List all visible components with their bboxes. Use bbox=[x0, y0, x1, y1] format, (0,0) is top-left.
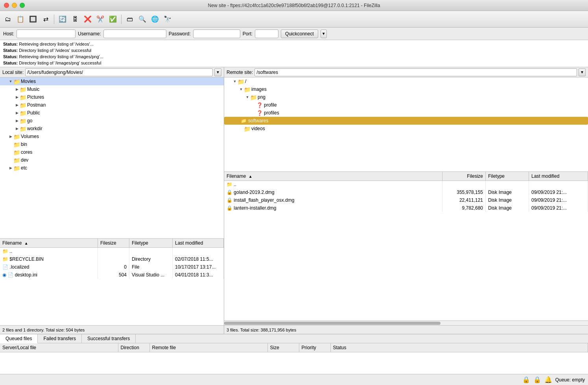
local-row-recycle[interactable]: 📁 $RECYCLE.BIN Directory 02/07/2018 11:5… bbox=[0, 255, 224, 263]
transfers-icon[interactable]: 📋 bbox=[15, 14, 26, 25]
speed-icon[interactable]: 🔭 bbox=[162, 14, 173, 25]
remote-tree-item-png[interactable]: ▼ 📁 png bbox=[224, 93, 588, 101]
fileman-icon[interactable]: 🗃 bbox=[124, 14, 135, 25]
remote-hscrollbar[interactable] bbox=[224, 321, 588, 325]
tree-arrow-public: ▶ bbox=[14, 110, 20, 116]
remote-tree-item-root[interactable]: ▼ 📁 / bbox=[224, 77, 588, 85]
local-tree-item-workdir[interactable]: ▶ 📁 workdir bbox=[0, 125, 224, 133]
sync-icon[interactable]: ⇄ bbox=[40, 14, 51, 25]
local-tree-item-pictures[interactable]: ▶ 📁 Pictures bbox=[0, 93, 224, 101]
remote-path-dropdown[interactable]: ▼ bbox=[579, 68, 586, 76]
remote-tree-item-images[interactable]: ▼ 📁 images bbox=[224, 85, 588, 93]
local-tree-item-go[interactable]: ▶ 📁 go bbox=[0, 117, 224, 125]
sep1 bbox=[54, 15, 54, 24]
window-controls[interactable] bbox=[4, 3, 25, 8]
siteman-icon[interactable]: 🗂 bbox=[2, 14, 13, 25]
remote-col-modified[interactable]: Last modified bbox=[529, 172, 588, 181]
queue-table-area[interactable]: Server/Local file Direction Remote file … bbox=[0, 343, 588, 374]
remote-panel-status: 3 files. Total size: 388,171,956 bytes bbox=[224, 325, 588, 334]
local-path-input[interactable] bbox=[25, 68, 213, 76]
remote-site-label: Remote site: bbox=[227, 70, 253, 75]
remote-col-filename[interactable]: Filename ▲ bbox=[224, 172, 442, 181]
remote-col-filetype[interactable]: Filetype bbox=[486, 172, 529, 181]
queue-col-priority[interactable]: Priority bbox=[299, 343, 330, 352]
local-panel-status: 2 files and 1 directory. Total size: 504… bbox=[0, 325, 224, 334]
tree-arrow-movies: ▼ bbox=[8, 79, 13, 84]
remote-path-input[interactable] bbox=[254, 68, 577, 76]
remote-tree[interactable]: ▼ 📁 / ▼ 📁 images ▼ 📁 png ▶ ❓ profile ▶ bbox=[224, 77, 588, 172]
local-tree-item-movies[interactable]: ▼ 📁 Movies bbox=[0, 77, 224, 85]
tab-queued-files[interactable]: Queued files bbox=[0, 334, 38, 343]
remote-row-flash[interactable]: 🔒 install_flash_player_osx.dmg 22,411,12… bbox=[224, 196, 588, 204]
username-label: Username: bbox=[78, 31, 101, 37]
tab-failed-transfers[interactable]: Failed transfers bbox=[38, 334, 82, 343]
close-button[interactable] bbox=[4, 3, 9, 8]
remote-tree-item-softwares[interactable]: ▶ 📁 softwares bbox=[224, 117, 588, 125]
queue-col-direction[interactable]: Direction bbox=[118, 343, 149, 352]
local-col-filesize[interactable]: Filesize bbox=[98, 239, 129, 247]
tree-arrow-etc: ▶ bbox=[8, 165, 13, 171]
username-input[interactable] bbox=[103, 29, 166, 38]
cancel-icon[interactable]: ❌ bbox=[82, 14, 93, 25]
local-col-modified[interactable]: Last modified bbox=[173, 239, 224, 247]
status-row-2: Status: Retrieving directory listing of … bbox=[3, 53, 585, 60]
remote-row-parent[interactable]: 📁 .. bbox=[224, 181, 588, 188]
remote-tree-item-profiles[interactable]: ▶ ❓ profiles bbox=[224, 109, 588, 117]
remote-file-list[interactable]: Filename ▲ Filesize Filetype Last modifi… bbox=[224, 172, 588, 321]
queue-col-status[interactable]: Status bbox=[330, 343, 588, 352]
password-input[interactable] bbox=[193, 29, 240, 38]
local-file-list[interactable]: Filename ▲ Filesize Filetype Last modifi… bbox=[0, 239, 224, 325]
local-tree-item-etc[interactable]: ▶ 📁 etc bbox=[0, 164, 224, 172]
remote-row-lantern[interactable]: 🔒 lantern-installer.dmg 9,782,680 Disk I… bbox=[224, 204, 588, 212]
local-tree-item-dev[interactable]: ▶ 📁 dev bbox=[0, 156, 224, 164]
folder-icon-videos: 📁 bbox=[244, 126, 250, 131]
local-tree-item-postman[interactable]: ▶ 📁 Postman bbox=[0, 101, 224, 109]
folder-icon-volumes: 📁 bbox=[13, 134, 20, 139]
local-col-filename[interactable]: Filename ▲ bbox=[0, 239, 98, 247]
refresh-icon[interactable]: 🔄 bbox=[57, 14, 68, 25]
folder-icon-workdir: 📁 bbox=[20, 126, 26, 131]
local-row-localized[interactable]: 📄 .localized 0 File 10/17/2017 13:17... bbox=[0, 263, 224, 271]
dircomp-icon[interactable]: 🎛 bbox=[70, 14, 81, 25]
maximize-button[interactable] bbox=[20, 3, 25, 8]
disconnect-icon[interactable]: ✂️ bbox=[95, 14, 106, 25]
local-row-desktop[interactable]: ◉ 📄 desktop.ini 504 Visual Studio ... 04… bbox=[0, 271, 224, 279]
host-input[interactable] bbox=[17, 29, 76, 38]
queue-status-text: Queue: empty bbox=[555, 377, 585, 383]
local-tree[interactable]: ▼ 📁 Movies ▶ 📁 Music ▶ 📁 Pictures ▶ 📁 Po… bbox=[0, 77, 224, 239]
connection-bar: Host: Username: Password: Port: Quickcon… bbox=[0, 28, 588, 40]
local-file-table: Filename ▲ Filesize Filetype Last modifi… bbox=[0, 239, 224, 279]
question-icon-profiles: ❓ bbox=[256, 110, 263, 116]
question-icon-profile: ❓ bbox=[256, 102, 263, 108]
port-input[interactable] bbox=[255, 29, 278, 38]
net-icon[interactable]: 🌐 bbox=[149, 14, 160, 25]
folder-icon-postman: 📁 bbox=[20, 102, 26, 108]
quickconnect-dropdown[interactable]: ▼ bbox=[321, 29, 327, 38]
local-tree-item-bin[interactable]: ▶ 📁 bin bbox=[0, 140, 224, 148]
queue-col-remote[interactable]: Remote file bbox=[149, 343, 267, 352]
local-tree-item-cores[interactable]: ▶ 📁 cores bbox=[0, 148, 224, 156]
minimize-button[interactable] bbox=[12, 3, 17, 8]
queue-col-server[interactable]: Server/Local file bbox=[0, 343, 118, 352]
remote-tree-item-profile[interactable]: ▶ ❓ profile bbox=[224, 101, 588, 109]
filter-icon[interactable]: 🔲 bbox=[28, 14, 39, 25]
remote-file-table: Filename ▲ Filesize Filetype Last modifi… bbox=[224, 172, 588, 212]
queue-status-icons: 🔒 🔒 🔔 Queue: empty bbox=[522, 376, 585, 383]
local-tree-item-public[interactable]: ▶ 📁 Public bbox=[0, 109, 224, 117]
tree-arrow-root: ▼ bbox=[232, 79, 238, 84]
remote-row-goland[interactable]: 🔒 goland-2019.2.dmg 355,978,155 Disk Ima… bbox=[224, 188, 588, 196]
local-status-text: 2 files and 1 directory. Total size: 504… bbox=[2, 328, 85, 332]
local-row-parent[interactable]: 📁 .. bbox=[0, 247, 224, 255]
reconn-icon[interactable]: ✅ bbox=[107, 14, 118, 25]
remote-col-filesize[interactable]: Filesize bbox=[442, 172, 486, 181]
search-icon[interactable]: 🔍 bbox=[137, 14, 148, 25]
local-tree-item-music[interactable]: ▶ 📁 Music bbox=[0, 85, 224, 93]
local-path-dropdown[interactable]: ▼ bbox=[214, 68, 221, 76]
remote-tree-item-videos[interactable]: ▶ 📁 videos bbox=[224, 125, 588, 133]
queue-col-size[interactable]: Size bbox=[267, 343, 299, 352]
quickconnect-button[interactable]: Quickconnect bbox=[281, 29, 318, 38]
remote-file-name: 🔒 lantern-installer.dmg bbox=[224, 204, 442, 212]
local-col-filetype[interactable]: Filetype bbox=[129, 239, 173, 247]
local-tree-item-volumes[interactable]: ▶ 📁 Volumes bbox=[0, 133, 224, 140]
tab-successful-transfers[interactable]: Successful transfers bbox=[82, 334, 136, 343]
